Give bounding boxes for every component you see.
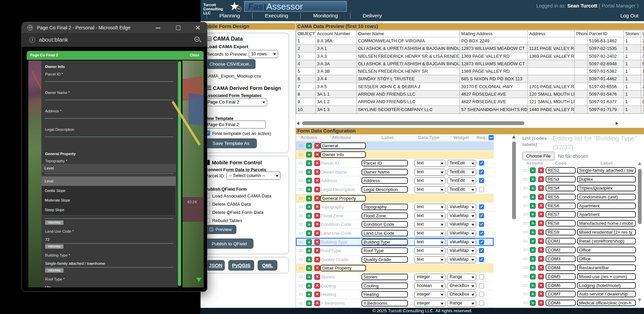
add-row-button[interactable]: + — [306, 291, 312, 297]
code-label-input[interactable] — [577, 185, 636, 191]
fdc-row[interactable]: + × Parcel ID text TextEdit — [296, 159, 494, 168]
group-name-input[interactable] — [320, 142, 366, 149]
code-label-input[interactable] — [577, 220, 636, 227]
maximize-button[interactable] — [170, 22, 186, 33]
delete-code-button[interactable]: × — [538, 291, 544, 297]
collapse-required-button[interactable] — [489, 135, 494, 140]
drag-handle-icon[interactable] — [299, 223, 303, 226]
delete-row-button[interactable]: × — [314, 204, 320, 210]
delete-row-button[interactable]: × — [314, 221, 320, 227]
delete-row-button[interactable]: × — [314, 274, 320, 280]
delete-code-button[interactable]: × — [538, 194, 544, 200]
fdc-row[interactable]: + × Flood Zone text ValueMap — [296, 211, 494, 220]
data-type-select[interactable]: integer — [414, 274, 446, 281]
label-input[interactable] — [361, 274, 408, 280]
drag-handle-icon[interactable] — [299, 284, 303, 288]
widget-select[interactable]: Range — [447, 274, 476, 281]
add-code-button[interactable]: + — [530, 220, 536, 226]
data-type-select[interactable]: text — [414, 221, 446, 228]
widget-select[interactable]: TextEdit — [447, 169, 476, 176]
required-checkbox[interactable] — [479, 301, 484, 306]
code-input[interactable] — [546, 194, 576, 200]
group-name-input[interactable] — [320, 265, 366, 271]
code-input[interactable] — [546, 264, 576, 271]
data-type-select[interactable]: text — [414, 186, 446, 193]
code-input[interactable] — [546, 211, 576, 218]
fdc-row[interactable]: + × Heating integer CheckBox — [296, 290, 494, 299]
code-label-input[interactable] — [577, 256, 636, 262]
fdc-row[interactable]: + × Address text TextEdit — [296, 176, 494, 185]
label-input[interactable] — [361, 256, 408, 263]
fdc-row[interactable]: + × — [296, 194, 494, 203]
widget-select[interactable]: CheckBox — [447, 291, 476, 298]
data-type-select[interactable]: text — [414, 230, 446, 237]
data-type-select[interactable]: text — [414, 239, 446, 246]
fdc-row[interactable]: + × # Bedrooms integer Range — [296, 299, 494, 308]
form-field[interactable]: Parcel ID * — [41, 72, 178, 91]
choose-csv-button[interactable]: Choose CSV/Excel... — [206, 59, 256, 69]
scroll-up-icon[interactable] — [638, 162, 641, 165]
label-input[interactable] — [361, 283, 408, 289]
fdc-row[interactable]: + × Legal Description text TextEdit — [296, 185, 494, 194]
label-input[interactable] — [361, 160, 408, 166]
code-input[interactable] — [546, 282, 576, 289]
topography-select[interactable]: Level — [41, 164, 176, 172]
required-checkbox[interactable] — [479, 274, 484, 279]
add-code-button[interactable]: + — [530, 211, 536, 217]
add-row-button[interactable]: + — [306, 213, 312, 219]
required-checkbox[interactable] — [479, 248, 484, 253]
widget-select[interactable]: ValueMap — [447, 213, 476, 219]
add-row-button[interactable]: + — [306, 195, 312, 201]
drag-handle-icon[interactable] — [299, 214, 303, 218]
widget-select[interactable]: CheckBox — [447, 283, 476, 289]
qml-button[interactable]: QML — [258, 260, 277, 271]
group-name-input[interactable] — [320, 195, 366, 202]
widget-select[interactable]: ValueMap — [447, 221, 476, 228]
drag-handle-icon[interactable] — [299, 302, 303, 305]
add-row-button[interactable]: + — [306, 204, 312, 210]
add-row-button[interactable]: + — [306, 187, 312, 192]
logout-link[interactable]: Log Out — [620, 13, 639, 18]
close-window-button[interactable] — [190, 22, 206, 33]
code-label-input[interactable] — [577, 229, 636, 235]
delete-code-button[interactable]: × — [538, 247, 544, 253]
required-checkbox[interactable] — [479, 240, 484, 245]
delete-code-button[interactable]: × — [538, 176, 544, 182]
delete-code-button[interactable]: × — [538, 300, 544, 306]
dropdown-option[interactable]: Gentle Slope — [42, 186, 176, 195]
required-checkbox[interactable] — [479, 187, 484, 192]
widget-select[interactable]: ValueMap — [447, 247, 476, 254]
delete-row-button[interactable]: × — [314, 169, 320, 175]
widget-select[interactable]: TextEdit — [447, 186, 476, 193]
widget-select[interactable]: Range — [447, 300, 476, 307]
data-type-select[interactable]: integer — [414, 300, 446, 307]
fdc-row[interactable]: + × — [296, 264, 494, 273]
delete-code-button[interactable]: × — [538, 256, 544, 262]
drag-handle-icon[interactable] — [299, 232, 303, 235]
code-input[interactable] — [546, 247, 576, 253]
add-code-button[interactable]: + — [530, 265, 536, 271]
data-type-select[interactable]: text — [414, 213, 446, 219]
data-type-select[interactable]: boolean — [414, 283, 446, 289]
form-field[interactable]: ValueMap Building Type * Single-family a… — [41, 244, 178, 268]
widget-select[interactable]: ValueMap — [447, 204, 476, 210]
drag-handle-icon[interactable] — [299, 144, 303, 148]
dropdown-option[interactable]: Level — [42, 176, 176, 186]
add-code-button[interactable]: + — [530, 229, 536, 235]
add-row-button[interactable]: + — [306, 265, 312, 271]
data-type-select[interactable]: text — [414, 204, 446, 210]
data-type-select[interactable]: text — [414, 169, 446, 176]
widget-select[interactable]: ValueMap — [447, 230, 476, 237]
edge-urlbar[interactable]: i about:blank — [22, 33, 207, 47]
drag-handle-icon[interactable] — [523, 275, 528, 278]
phone-scrollbar[interactable] — [178, 61, 181, 286]
required-checkbox[interactable] — [479, 169, 484, 175]
fdc-row[interactable]: + × Condition Code text ValueMap — [296, 220, 494, 229]
scroll-down-icon[interactable] — [638, 299, 641, 302]
dropdown-option[interactable]: Steep Slope — [42, 205, 176, 215]
add-code-button[interactable]: + — [530, 176, 536, 182]
widget-select[interactable]: ValueMap — [447, 239, 476, 246]
delete-code-button[interactable]: × — [538, 265, 544, 271]
add-row-button[interactable]: + — [306, 160, 312, 166]
label-input[interactable] — [361, 291, 408, 298]
